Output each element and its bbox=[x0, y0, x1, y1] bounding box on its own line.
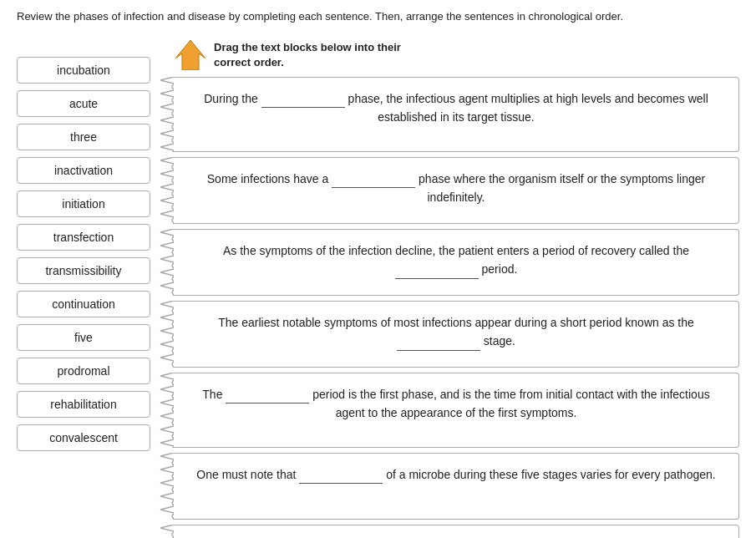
zigzag-border bbox=[159, 77, 174, 152]
word-tile-w2[interactable]: acute bbox=[17, 90, 150, 117]
drop-container-s3[interactable]: As the symptoms of the infection decline… bbox=[159, 229, 739, 296]
drop-container-s7[interactable]: There are possible phases of infection a… bbox=[159, 525, 739, 538]
blank-s3[interactable] bbox=[395, 264, 479, 279]
sentence-box-s7: There are possible phases of infection a… bbox=[174, 525, 739, 538]
drop-container-s6[interactable]: One must note that of a microbe during t… bbox=[159, 453, 739, 520]
sentences-container: During the phase, the infectious agent m… bbox=[159, 77, 739, 538]
drag-hint-line2: correct order. bbox=[214, 56, 284, 69]
drag-hint-line1: Drag the text blocks below into their bbox=[214, 41, 401, 53]
drag-arrow-icon bbox=[175, 40, 209, 70]
zigzag-border bbox=[159, 453, 174, 520]
word-tile-w8[interactable]: continuation bbox=[17, 291, 150, 317]
word-tile-w3[interactable]: three bbox=[17, 124, 150, 150]
blank-s6[interactable] bbox=[299, 469, 383, 484]
sentence-box-s4: The earliest notable symptoms of most in… bbox=[174, 301, 739, 368]
zigzag-border bbox=[159, 373, 174, 448]
blank-s4[interactable] bbox=[397, 336, 480, 351]
word-tile-w11[interactable]: rehabilitation bbox=[17, 391, 150, 418]
drag-hint-text: Drag the text blocks below into their co… bbox=[214, 40, 401, 70]
sentence-box-s1: During the phase, the infectious agent m… bbox=[174, 77, 739, 152]
word-tile-w4[interactable]: inactivation bbox=[17, 157, 150, 184]
zigzag-border bbox=[159, 525, 174, 538]
drop-container-s1[interactable]: During the phase, the infectious agent m… bbox=[159, 77, 739, 152]
word-tile-w10[interactable]: prodromal bbox=[17, 358, 150, 384]
sentence-box-s6: One must note that of a microbe during t… bbox=[174, 453, 739, 520]
word-tile-w12[interactable]: convalescent bbox=[17, 424, 150, 451]
drop-container-s4[interactable]: The earliest notable symptoms of most in… bbox=[159, 301, 739, 368]
blank-s1[interactable] bbox=[261, 93, 345, 108]
word-tile-w9[interactable]: five bbox=[17, 324, 150, 351]
drag-hint: Drag the text blocks below into their co… bbox=[159, 40, 739, 70]
main-area: incubationacutethreeinactivationinitiati… bbox=[17, 40, 739, 539]
blank-s5[interactable] bbox=[226, 388, 309, 404]
sentence-box-s5: The period is the first phase, and is th… bbox=[174, 373, 739, 448]
drop-zone-area: Drag the text blocks below into their co… bbox=[159, 40, 739, 539]
zigzag-border bbox=[159, 229, 174, 296]
word-tile-w7[interactable]: transmissibility bbox=[17, 257, 150, 284]
zigzag-border bbox=[159, 157, 174, 224]
svg-marker-0 bbox=[175, 40, 205, 70]
word-tile-w5[interactable]: initiation bbox=[17, 190, 150, 217]
instruction-text: Review the phases of infection and disea… bbox=[17, 8, 739, 25]
zigzag-border bbox=[159, 301, 174, 368]
sentence-box-s3: As the symptoms of the infection decline… bbox=[174, 229, 739, 296]
blank-s2[interactable] bbox=[332, 173, 415, 188]
word-tile-w1[interactable]: incubation bbox=[17, 57, 150, 84]
word-tile-w6[interactable]: transfection bbox=[17, 224, 150, 251]
drop-container-s2[interactable]: Some infections have a phase where the o… bbox=[159, 157, 739, 224]
sentence-box-s2: Some infections have a phase where the o… bbox=[174, 157, 739, 224]
word-bank: incubationacutethreeinactivationinitiati… bbox=[17, 40, 150, 451]
drop-container-s5[interactable]: The period is the first phase, and is th… bbox=[159, 373, 739, 448]
